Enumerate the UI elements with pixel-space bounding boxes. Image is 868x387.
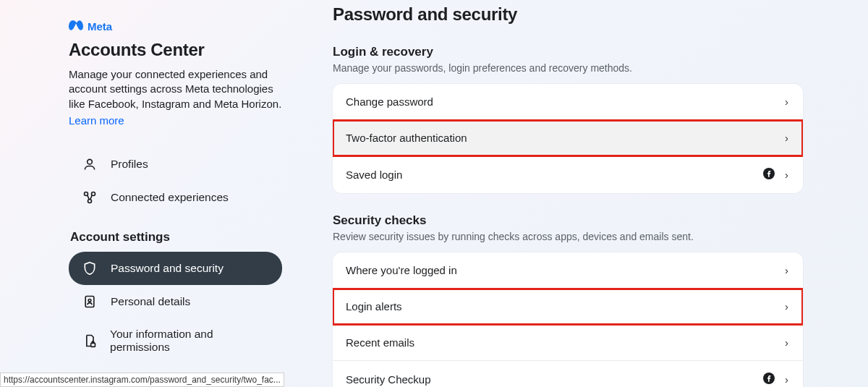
row-label: Security Checkup bbox=[346, 373, 763, 386]
sidebar-item-connected-experiences[interactable]: Connected experiences bbox=[69, 181, 282, 214]
sidebar-item-label: Your information and permissions bbox=[110, 328, 269, 354]
status-bar-url: https://accountscenter.instagram.com/pas… bbox=[0, 373, 284, 387]
row-saved-login[interactable]: Saved login › bbox=[333, 156, 803, 193]
row-where-logged-in[interactable]: Where you're logged in › bbox=[333, 252, 803, 289]
page-title: Password and security bbox=[333, 4, 803, 25]
chevron-right-icon: › bbox=[785, 300, 788, 312]
brand-name: Meta bbox=[88, 20, 112, 33]
sidebar-item-label: Password and security bbox=[111, 262, 224, 275]
row-login-alerts[interactable]: Login alerts › bbox=[333, 289, 803, 325]
svg-rect-6 bbox=[90, 343, 95, 346]
login-recovery-card: Change password › Two-factor authenticat… bbox=[333, 84, 803, 193]
row-label: Change password bbox=[346, 95, 785, 108]
sidebar-item-your-info-permissions[interactable]: Your information and permissions bbox=[69, 318, 282, 363]
main-content: Password and security Login & recovery M… bbox=[311, 0, 868, 387]
sidebar-item-label: Personal details bbox=[111, 295, 190, 308]
sidebar-item-profiles[interactable]: Profiles bbox=[69, 148, 282, 181]
row-label: Login alerts bbox=[346, 300, 785, 312]
row-security-checkup[interactable]: Security Checkup › bbox=[333, 361, 803, 387]
row-two-factor-auth[interactable]: Two-factor authentication › bbox=[333, 120, 803, 156]
id-card-icon bbox=[82, 294, 98, 309]
learn-more-link[interactable]: Learn more bbox=[69, 114, 124, 127]
row-label: Recent emails bbox=[346, 336, 785, 349]
chevron-right-icon: › bbox=[785, 336, 788, 349]
security-checks-card: Where you're logged in › Login alerts › … bbox=[333, 252, 803, 387]
sidebar-section-label: Account settings bbox=[70, 230, 282, 244]
svg-point-5 bbox=[88, 299, 91, 302]
row-label: Where you're logged in bbox=[346, 264, 785, 276]
group-subtitle-login: Manage your passwords, login preferences… bbox=[333, 62, 803, 74]
meta-logo-icon bbox=[69, 20, 83, 33]
row-recent-emails[interactable]: Recent emails › bbox=[333, 325, 803, 361]
sidebar-item-label: Connected experiences bbox=[111, 191, 229, 204]
svg-point-0 bbox=[88, 159, 93, 164]
sidebar-item-personal-details[interactable]: Personal details bbox=[69, 285, 282, 318]
chevron-right-icon: › bbox=[785, 95, 788, 108]
chevron-right-icon: › bbox=[785, 169, 788, 181]
shield-icon bbox=[82, 261, 98, 276]
group-title-security: Security checks bbox=[333, 213, 803, 228]
row-label: Two-factor authentication bbox=[346, 132, 785, 144]
sidebar: Meta Accounts Center Manage your connect… bbox=[0, 0, 311, 387]
chevron-right-icon: › bbox=[785, 132, 788, 144]
sidebar-item-password-security[interactable]: Password and security bbox=[69, 252, 282, 285]
group-title-login: Login & recovery bbox=[333, 45, 803, 59]
brand: Meta bbox=[69, 20, 282, 33]
sidebar-title: Accounts Center bbox=[69, 40, 282, 60]
group-subtitle-security: Review security issues by running checks… bbox=[333, 231, 803, 242]
facebook-icon bbox=[763, 168, 775, 182]
svg-point-3 bbox=[88, 199, 92, 203]
profile-icon bbox=[82, 157, 98, 171]
doc-lock-icon bbox=[82, 333, 97, 348]
connected-icon bbox=[82, 190, 98, 205]
chevron-right-icon: › bbox=[785, 373, 788, 386]
row-change-password[interactable]: Change password › bbox=[333, 84, 803, 120]
facebook-icon bbox=[763, 373, 775, 386]
sidebar-item-label: Profiles bbox=[111, 158, 148, 171]
row-label: Saved login bbox=[346, 169, 763, 181]
sidebar-description: Manage your connected experiences and ac… bbox=[69, 67, 282, 111]
chevron-right-icon: › bbox=[785, 264, 788, 276]
